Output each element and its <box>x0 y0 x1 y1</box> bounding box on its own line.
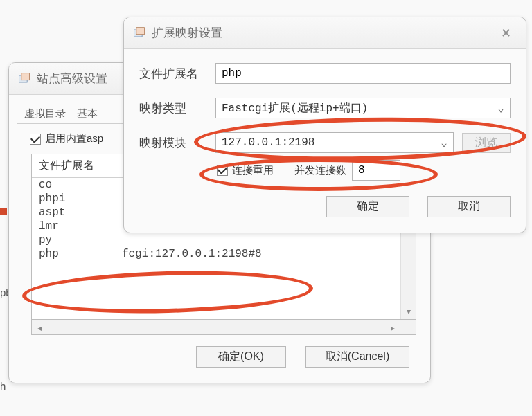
enable-builtin-asp-checkbox[interactable]: 启用内置asp <box>30 132 103 145</box>
concurrent-connections-input[interactable] <box>352 160 400 181</box>
extension-mapping-dialog: 扩展映射设置 ✕ 文件扩展名 映射类型 Fastcgi扩展(远程ip+端口) ⌄… <box>123 17 526 233</box>
scroll-right-icon[interactable]: ▸ <box>385 320 400 336</box>
horizontal-scrollbar[interactable]: ◂ ▸ <box>31 320 416 335</box>
ext-cell: phpi <box>39 192 122 205</box>
connection-reuse-checkbox[interactable]: 连接重用 <box>217 164 274 177</box>
chevron-down-icon: ⌄ <box>497 101 504 115</box>
mapping-type-label: 映射类型 <box>139 100 215 116</box>
titlebar[interactable]: 扩展映射设置 ✕ <box>124 17 526 49</box>
edge-fragment <box>0 208 7 215</box>
checkbox-icon <box>217 165 228 176</box>
svg-rect-1 <box>21 73 30 80</box>
ext-cell: lmr <box>39 220 122 233</box>
scroll-down-icon[interactable]: ▾ <box>401 304 416 319</box>
chevron-down-icon: ⌄ <box>441 136 447 150</box>
cancel-button[interactable]: 取消(Cancel) <box>305 346 409 368</box>
module-cell: fcgi:127.0.0.1:2198#8 <box>122 248 409 260</box>
mapping-module-select[interactable]: 127.0.0.1:2198 ⌄ <box>215 132 454 153</box>
file-extension-input[interactable] <box>215 63 511 84</box>
close-button[interactable]: ✕ <box>494 23 517 44</box>
checkbox-icon <box>30 134 41 145</box>
app-icon <box>17 72 31 86</box>
mapping-module-value: 127.0.0.1:2198 <box>222 136 314 149</box>
close-icon: ✕ <box>501 26 511 41</box>
ext-cell: php <box>39 248 122 260</box>
cancel-button[interactable]: 取消 <box>427 196 511 217</box>
scroll-left-icon[interactable]: ◂ <box>32 320 47 336</box>
window-title: 站点高级设置 <box>37 71 107 87</box>
tab-basic[interactable]: 基本 <box>74 105 100 123</box>
edge-fragment: h <box>0 380 6 392</box>
concurrent-connections-label: 并发连接数 <box>294 164 346 177</box>
ok-button[interactable]: 确定(OK) <box>196 346 286 368</box>
ext-cell: co <box>39 179 122 191</box>
ext-cell: aspt <box>39 206 122 219</box>
file-extension-label: 文件扩展名 <box>139 66 215 82</box>
connection-reuse-label: 连接重用 <box>232 164 274 177</box>
mapping-type-value: Fastcgi扩展(远程ip+端口) <box>222 101 368 116</box>
ok-button[interactable]: 确定 <box>326 196 409 217</box>
svg-rect-3 <box>136 27 145 34</box>
mapping-type-select[interactable]: Fastcgi扩展(远程ip+端口) ⌄ <box>215 98 511 118</box>
tab-virtual-dirs[interactable]: 虚拟目录 <box>21 105 69 123</box>
list-row[interactable]: php fcgi:127.0.0.1:2198#8 <box>32 247 416 261</box>
enable-builtin-asp-label: 启用内置asp <box>45 132 103 145</box>
app-icon <box>132 26 146 40</box>
dialog-title: 扩展映射设置 <box>152 25 222 41</box>
browse-button: 浏览 <box>462 133 511 153</box>
ext-cell: py <box>39 234 122 246</box>
list-row[interactable]: py <box>32 233 416 247</box>
mapping-module-label: 映射模块 <box>139 135 215 151</box>
